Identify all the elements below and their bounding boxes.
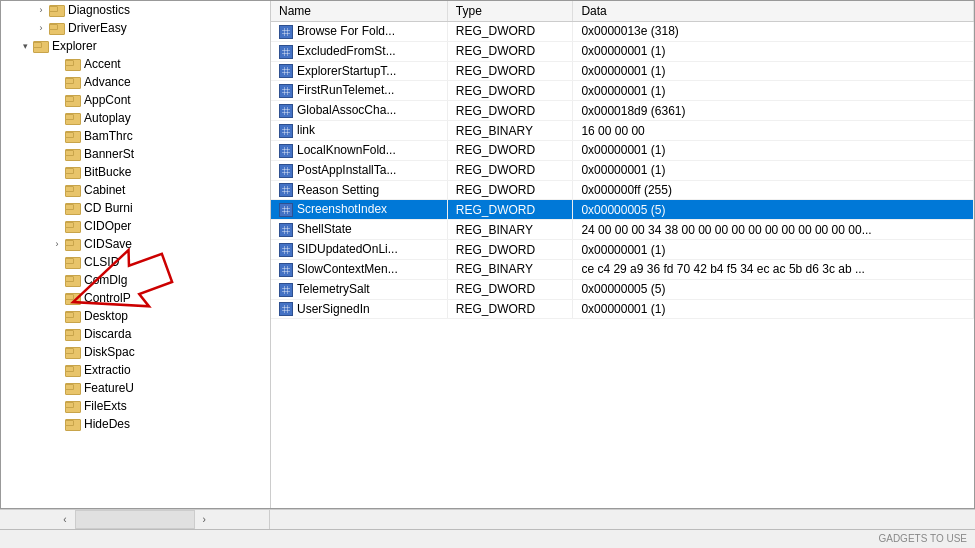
status-bar: GADGETS TO USE (0, 529, 975, 548)
cell-data: 0x00000001 (1) (573, 160, 974, 180)
cell-data: 0x00000005 (5) (573, 279, 974, 299)
tree-item-label: CLSID (84, 255, 119, 269)
cell-name: Reason Setting (271, 180, 447, 200)
chevron-right-icon: › (33, 23, 49, 33)
table-row[interactable]: SlowContextMen... REG_BINARY ce c4 29 a9… (271, 259, 974, 279)
table-row[interactable]: UserSignedIn REG_DWORD 0x00000001 (1) (271, 299, 974, 319)
tree-item[interactable]: CIDOper (1, 217, 270, 235)
tree-item-label: AppCont (84, 93, 131, 107)
table-row[interactable]: link REG_BINARY 16 00 00 00 (271, 121, 974, 141)
cell-name: LocalKnownFold... (271, 140, 447, 160)
cell-type: REG_BINARY (447, 259, 573, 279)
folder-icon (65, 328, 81, 341)
cell-data: 0x00000005 (5) (573, 200, 974, 220)
tree-item[interactable]: Accent (1, 55, 270, 73)
reg-icon (279, 263, 293, 277)
tree-item[interactable]: ▾Explorer (1, 37, 270, 55)
folder-icon (65, 202, 81, 215)
cell-name: GlobalAssocCha... (271, 101, 447, 121)
tree-item-label: DriverEasy (68, 21, 127, 35)
reg-icon (279, 25, 293, 39)
cell-type: REG_DWORD (447, 22, 573, 42)
cell-data: 0x00000001 (1) (573, 41, 974, 61)
tree-item[interactable]: BannerSt (1, 145, 270, 163)
table-row[interactable]: GlobalAssocCha... REG_DWORD 0x000018d9 (… (271, 101, 974, 121)
tree-item[interactable]: Extractio (1, 361, 270, 379)
folder-icon (65, 94, 81, 107)
tree-item[interactable]: ›DriverEasy (1, 19, 270, 37)
tree-item[interactable]: AppCont (1, 91, 270, 109)
folder-icon (49, 4, 65, 17)
folder-icon (65, 256, 81, 269)
tree-item[interactable]: HideDes (1, 415, 270, 433)
cell-name: ShellState (271, 220, 447, 240)
tree-item[interactable]: ComDlg (1, 271, 270, 289)
folder-icon (65, 418, 81, 431)
tree-item[interactable]: ›CIDSave (1, 235, 270, 253)
table-row[interactable]: ExplorerStartupT... REG_DWORD 0x00000001… (271, 61, 974, 81)
tree-item[interactable]: CD Burni (1, 199, 270, 217)
tree-item-label: FileExts (84, 399, 127, 413)
tree-item[interactable]: Desktop (1, 307, 270, 325)
folder-icon (65, 292, 81, 305)
cell-type: REG_DWORD (447, 299, 573, 319)
folder-icon (65, 346, 81, 359)
tree-item[interactable]: DiskSpac (1, 343, 270, 361)
scroll-left-arrow[interactable]: ‹ (55, 514, 74, 525)
reg-icon (279, 203, 293, 217)
tree-item[interactable]: Advance (1, 73, 270, 91)
tree-item[interactable]: CLSID (1, 253, 270, 271)
tree-item[interactable]: ›Diagnostics (1, 1, 270, 19)
folder-icon (65, 76, 81, 89)
cell-type: REG_DWORD (447, 101, 573, 121)
tree-item[interactable]: Cabinet (1, 181, 270, 199)
tree-item[interactable]: FileExts (1, 397, 270, 415)
tree-item-label: HideDes (84, 417, 130, 431)
folder-icon (65, 166, 81, 179)
tree-item[interactable]: ControlP (1, 289, 270, 307)
folder-icon (33, 40, 49, 53)
folder-icon (65, 274, 81, 287)
table-row[interactable]: LocalKnownFold... REG_DWORD 0x00000001 (… (271, 140, 974, 160)
table-row[interactable]: ShellState REG_BINARY 24 00 00 00 34 38 … (271, 220, 974, 240)
cell-data: 0x000018d9 (6361) (573, 101, 974, 121)
table-row[interactable]: ScreenshotIndex REG_DWORD 0x00000005 (5) (271, 200, 974, 220)
tree-item-label: ControlP (84, 291, 131, 305)
reg-icon (279, 164, 293, 178)
folder-icon (65, 310, 81, 323)
tree-item-label: CD Burni (84, 201, 133, 215)
chevron-down-icon: ▾ (17, 41, 33, 51)
table-row[interactable]: Reason Setting REG_DWORD 0x000000ff (255… (271, 180, 974, 200)
tree-item[interactable]: Discarda (1, 325, 270, 343)
cell-data: 0x0000013e (318) (573, 22, 974, 42)
cell-name: PostAppInstallTa... (271, 160, 447, 180)
registry-editor: ›Diagnostics›DriverEasy▾ExplorerAccentAd… (0, 0, 975, 509)
table-row[interactable]: TelemetrySalt REG_DWORD 0x00000005 (5) (271, 279, 974, 299)
reg-icon (279, 302, 293, 316)
table-row[interactable]: Browse For Fold... REG_DWORD 0x0000013e … (271, 22, 974, 42)
folder-icon (65, 58, 81, 71)
scroll-track[interactable] (75, 510, 195, 528)
cell-data: 0x00000001 (1) (573, 299, 974, 319)
table-row[interactable]: ExcludedFromSt... REG_DWORD 0x00000001 (… (271, 41, 974, 61)
tree-item[interactable]: BitBucke (1, 163, 270, 181)
tree-item[interactable]: Autoplay (1, 109, 270, 127)
folder-icon (65, 220, 81, 233)
tree-item-label: Explorer (52, 39, 97, 53)
cell-type: REG_DWORD (447, 180, 573, 200)
col-name: Name (271, 1, 447, 22)
reg-icon (279, 84, 293, 98)
scroll-right-arrow[interactable]: › (195, 514, 214, 525)
table-row[interactable]: FirstRunTelemet... REG_DWORD 0x00000001 … (271, 81, 974, 101)
reg-icon (279, 223, 293, 237)
tree-scrollbar[interactable]: ‹ › (0, 510, 270, 528)
cell-data: 0x00000001 (1) (573, 140, 974, 160)
cell-type: REG_DWORD (447, 61, 573, 81)
tree-item-label: Cabinet (84, 183, 125, 197)
table-row[interactable]: SIDUpdatedOnLi... REG_DWORD 0x00000001 (… (271, 240, 974, 260)
tree-item[interactable]: FeatureU (1, 379, 270, 397)
tree-item[interactable]: BamThrc (1, 127, 270, 145)
reg-icon (279, 104, 293, 118)
table-row[interactable]: PostAppInstallTa... REG_DWORD 0x00000001… (271, 160, 974, 180)
cell-name: ExcludedFromSt... (271, 41, 447, 61)
